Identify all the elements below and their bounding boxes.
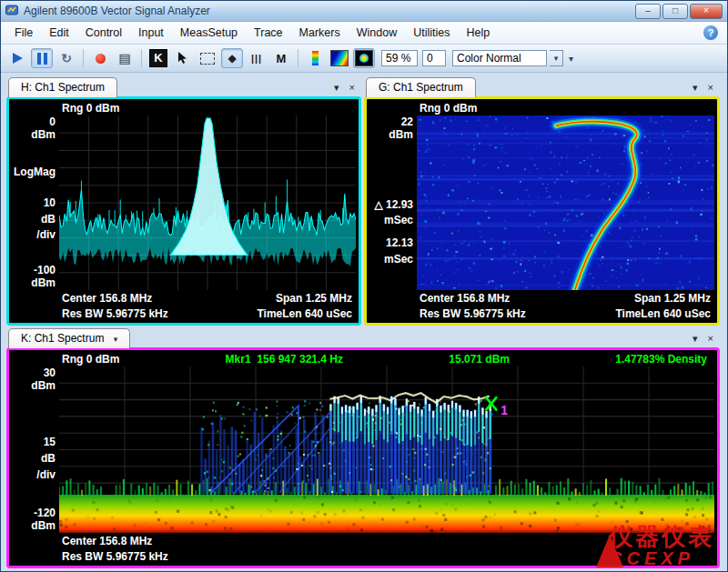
band-markers-icon: ||| [251, 53, 262, 64]
pointer-tool-button[interactable] [172, 48, 194, 68]
toolbar-overflow-icon[interactable]: ▾ [569, 54, 573, 64]
menu-help[interactable]: Help [458, 24, 498, 42]
y-label: mSec [368, 215, 413, 226]
color-mode-select[interactable]: Color Normal [452, 50, 547, 66]
close-button[interactable]: × [690, 4, 723, 19]
y-label: △ 12.93 [368, 199, 413, 211]
zoom-select-button[interactable] [197, 48, 218, 68]
y-label: 15 [10, 437, 56, 448]
menu-utilities[interactable]: Utilities [405, 24, 458, 42]
svg-text:1: 1 [500, 404, 508, 417]
maximize-button[interactable]: □ [662, 4, 688, 19]
colorbar-button[interactable] [304, 48, 326, 68]
help-icon[interactable]: ? [703, 25, 718, 40]
marker-tool-button[interactable]: ◆ [221, 48, 243, 68]
marker-diamond-icon: ◆ [228, 52, 236, 65]
marker-m-button[interactable]: M [270, 48, 292, 68]
spectrogram-plot-g[interactable] [417, 115, 714, 290]
tab-h-ch1-spectrum[interactable]: H: Ch1 Spectrum [8, 77, 117, 97]
center-freq-label: Center 156.8 MHz [420, 292, 510, 305]
band-markers-button[interactable]: ||| [246, 48, 268, 68]
app-window: Agilent 89600B Vector Signal Analyzer – … [0, 0, 728, 572]
panel-h-ch1-spectrum: H: Ch1 Spectrum ▾ × Rng 0 dBm 0 dBm LogM… [6, 77, 361, 326]
resbw-label: Res BW 5.96775 kHz [62, 307, 168, 320]
minimize-button[interactable]: – [635, 4, 661, 19]
menu-bar: File Edit Control Input MeasSetup Trace … [1, 22, 727, 45]
menu-control[interactable]: Control [77, 24, 130, 42]
play-icon [13, 53, 23, 64]
y-axis-h: 0 dBm LogMag 10 dB /div -100 dBm [10, 115, 59, 290]
range-label: Rng 0 dBm [368, 100, 714, 115]
panel-close-icon[interactable]: × [349, 81, 355, 94]
play-button[interactable] [6, 48, 28, 68]
y-label: 12.13 [368, 237, 413, 249]
y-label: 10 [10, 197, 56, 209]
panel-collapse-icon[interactable]: ▾ [334, 81, 339, 94]
y-label: /div [10, 229, 56, 241]
panel-close-icon[interactable]: × [708, 332, 713, 345]
y-label: dBm [10, 380, 56, 392]
menu-window[interactable]: Window [349, 24, 405, 42]
panel-collapse-icon[interactable]: ▾ [693, 81, 698, 94]
pause-icon [37, 53, 47, 65]
y-axis-g: 22 dBm △ 12.93 mSec 12.13 mSec [368, 115, 417, 290]
marker-m-icon: M [277, 52, 287, 65]
marker-readout-row: Rng 0 dBm Mkr1 156 947 321.4 Hz 15.071 d… [10, 351, 714, 366]
spectrum-plot-h[interactable] [59, 115, 356, 290]
y-label: /div [10, 469, 56, 481]
y-axis-k: 30 dBm 15 dB /div -120 dBm [10, 366, 59, 533]
y-label: 30 [10, 367, 56, 379]
restart-button[interactable]: ↻ [56, 48, 77, 68]
marker-density-readout: 1.47783% Density [615, 353, 707, 366]
resbw-label: Res BW 5.96775 kHz [62, 550, 168, 563]
pause-button[interactable] [31, 48, 53, 68]
tab-label: K: Ch1 Spectrum [21, 332, 104, 345]
tab-dropdown-icon[interactable]: ▾ [114, 335, 118, 344]
watermark-line2: CCEXP [609, 549, 714, 567]
pointer-icon [177, 52, 188, 65]
span-label: Span 1.25 MHz [634, 292, 711, 305]
y-label: -100 [10, 265, 56, 276]
y-label: -120 [10, 507, 56, 519]
offset-input[interactable]: 0 [422, 50, 446, 66]
menu-meassetup[interactable]: MeasSetup [172, 24, 246, 42]
spectrogram-button[interactable] [329, 48, 350, 68]
tab-k-ch1-spectrum[interactable]: K: Ch1 Spectrum ▾ [8, 328, 130, 348]
player-button[interactable]: ▤ [114, 48, 136, 68]
tab-g-ch1-spectrum[interactable]: G: Ch1 Spectrum [366, 77, 476, 97]
app-icon [5, 5, 19, 17]
y-label: dBm [10, 129, 56, 141]
panel-collapse-icon[interactable]: ▾ [693, 332, 698, 345]
title-bar: Agilent 89600B Vector Signal Analyzer – … [1, 1, 727, 22]
span-label: Span 1.25 MHz [276, 292, 352, 305]
work-area: H: Ch1 Spectrum ▾ × Rng 0 dBm 0 dBm LogM… [1, 73, 727, 571]
active-trace-button[interactable]: K [147, 48, 169, 68]
menu-trace[interactable]: Trace [246, 24, 291, 42]
watermark: 仪器仪表 CCEXP [596, 525, 714, 567]
colorbar-icon [312, 51, 318, 65]
timelen-label: TimeLen 640 uSec [616, 307, 712, 320]
center-freq-label: Center 156.8 MHz [62, 292, 152, 305]
y-label: mSec [368, 254, 413, 266]
menu-edit[interactable]: Edit [41, 24, 77, 42]
marker-level-readout: 15.071 dBm [449, 353, 510, 366]
range-label: Rng 0 dBm [10, 100, 356, 115]
panel-close-icon[interactable]: × [708, 81, 713, 94]
density-plot-k[interactable]: 1 [59, 366, 714, 533]
color-mode-dropdown-icon[interactable]: ▾ [550, 50, 563, 66]
panel-g-ch1-spectrum: G: Ch1 Spectrum ▾ × Rng 0 dBm 22 dBm △ 1… [364, 77, 720, 326]
menu-file[interactable]: File [6, 24, 41, 42]
y-label: dBm [368, 129, 413, 141]
menu-input[interactable]: Input [130, 24, 172, 42]
y-label: dB [10, 214, 56, 226]
record-icon [96, 54, 106, 64]
record-button[interactable] [89, 48, 111, 68]
persistence-percent-input[interactable]: 59 % [381, 50, 418, 66]
y-label: LogMag [10, 166, 56, 178]
menu-markers[interactable]: Markers [291, 24, 349, 42]
density-button[interactable] [353, 48, 375, 68]
selection-rect-icon [200, 53, 215, 65]
restart-icon: ↻ [61, 51, 72, 65]
player-icon: ▤ [118, 51, 130, 65]
panel-h-body: Rng 0 dBm 0 dBm LogMag 10 dB /div -100 d… [6, 96, 361, 326]
